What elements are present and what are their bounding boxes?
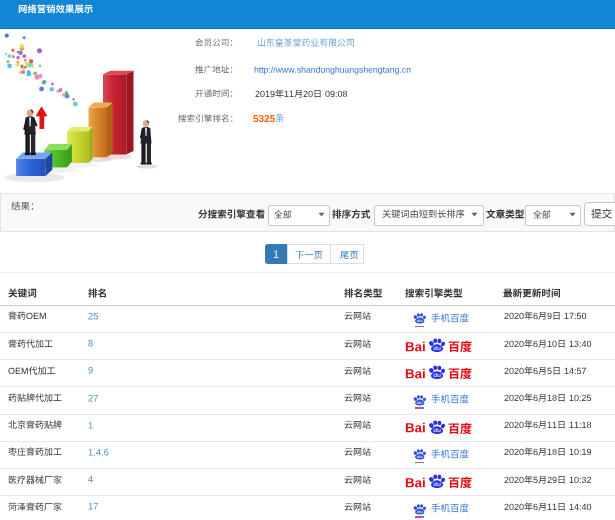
svg-text:du: du xyxy=(434,345,442,351)
svg-text:du: du xyxy=(434,426,442,432)
svg-text:du: du xyxy=(417,319,423,323)
svg-text:du: du xyxy=(417,509,423,513)
svg-text:du: du xyxy=(417,400,423,404)
svg-text:du: du xyxy=(417,455,423,459)
svg-text:du: du xyxy=(434,372,442,378)
svg-text:du: du xyxy=(434,481,442,487)
